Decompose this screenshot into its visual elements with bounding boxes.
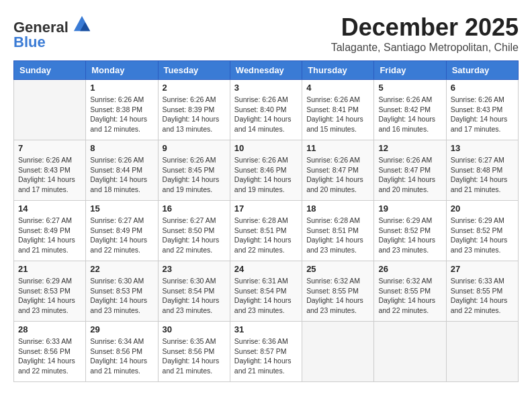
calendar-cell: 26Sunrise: 6:32 AM Sunset: 8:55 PM Dayli… bbox=[374, 261, 446, 322]
day-number: 21 bbox=[18, 264, 81, 274]
calendar-cell: 16Sunrise: 6:27 AM Sunset: 8:50 PM Dayli… bbox=[158, 201, 230, 261]
day-number: 13 bbox=[451, 143, 514, 153]
calendar-cell: 10Sunrise: 6:26 AM Sunset: 8:46 PM Dayli… bbox=[230, 140, 302, 201]
day-number: 15 bbox=[90, 203, 153, 214]
calendar-week-row: 21Sunrise: 6:29 AM Sunset: 8:53 PM Dayli… bbox=[14, 261, 519, 322]
calendar-week-row: 1Sunrise: 6:26 AM Sunset: 8:38 PM Daylig… bbox=[14, 80, 519, 140]
calendar-week-row: 28Sunrise: 6:33 AM Sunset: 8:56 PM Dayli… bbox=[14, 322, 519, 382]
day-number: 23 bbox=[163, 264, 226, 274]
calendar-cell: 7Sunrise: 6:26 AM Sunset: 8:43 PM Daylig… bbox=[14, 140, 86, 201]
day-number: 2 bbox=[163, 83, 226, 93]
calendar-cell: 1Sunrise: 6:26 AM Sunset: 8:38 PM Daylig… bbox=[86, 80, 158, 140]
day-info: Sunrise: 6:29 AM Sunset: 8:52 PM Dayligh… bbox=[451, 216, 514, 255]
calendar-cell bbox=[14, 80, 86, 140]
day-number: 17 bbox=[234, 203, 298, 214]
day-info: Sunrise: 6:26 AM Sunset: 8:47 PM Dayligh… bbox=[306, 155, 369, 195]
logo-blue: Blue bbox=[13, 34, 46, 50]
day-number: 16 bbox=[163, 203, 226, 214]
calendar-cell bbox=[374, 322, 446, 382]
calendar-cell: 30Sunrise: 6:35 AM Sunset: 8:56 PM Dayli… bbox=[158, 322, 230, 382]
day-info: Sunrise: 6:26 AM Sunset: 8:41 PM Dayligh… bbox=[306, 95, 369, 134]
day-number: 28 bbox=[18, 324, 81, 334]
day-number: 20 bbox=[451, 203, 514, 214]
day-info: Sunrise: 6:33 AM Sunset: 8:56 PM Dayligh… bbox=[18, 336, 81, 376]
calendar-cell: 18Sunrise: 6:28 AM Sunset: 8:51 PM Dayli… bbox=[302, 201, 374, 261]
calendar-cell: 17Sunrise: 6:28 AM Sunset: 8:51 PM Dayli… bbox=[230, 201, 302, 261]
day-info: Sunrise: 6:27 AM Sunset: 8:48 PM Dayligh… bbox=[451, 155, 514, 195]
calendar-cell: 15Sunrise: 6:27 AM Sunset: 8:49 PM Dayli… bbox=[86, 201, 158, 261]
day-number: 14 bbox=[18, 203, 81, 214]
day-info: Sunrise: 6:27 AM Sunset: 8:49 PM Dayligh… bbox=[18, 216, 81, 255]
day-number: 18 bbox=[306, 203, 369, 214]
weekday-header-tuesday: Tuesday bbox=[158, 61, 230, 80]
calendar-cell: 8Sunrise: 6:26 AM Sunset: 8:44 PM Daylig… bbox=[86, 140, 158, 201]
day-number: 10 bbox=[234, 143, 298, 153]
calendar-cell: 12Sunrise: 6:26 AM Sunset: 8:47 PM Dayli… bbox=[374, 140, 446, 201]
calendar-cell: 2Sunrise: 6:26 AM Sunset: 8:39 PM Daylig… bbox=[158, 80, 230, 140]
day-info: Sunrise: 6:28 AM Sunset: 8:51 PM Dayligh… bbox=[306, 216, 369, 255]
weekday-header-thursday: Thursday bbox=[302, 61, 374, 80]
day-number: 22 bbox=[90, 264, 153, 274]
day-info: Sunrise: 6:26 AM Sunset: 8:45 PM Dayligh… bbox=[163, 155, 226, 195]
calendar-cell: 29Sunrise: 6:34 AM Sunset: 8:56 PM Dayli… bbox=[86, 322, 158, 382]
day-number: 11 bbox=[306, 143, 369, 153]
calendar-cell: 21Sunrise: 6:29 AM Sunset: 8:53 PM Dayli… bbox=[14, 261, 86, 322]
calendar-week-row: 7Sunrise: 6:26 AM Sunset: 8:43 PM Daylig… bbox=[14, 140, 519, 201]
calendar-cell: 25Sunrise: 6:32 AM Sunset: 8:55 PM Dayli… bbox=[302, 261, 374, 322]
day-info: Sunrise: 6:30 AM Sunset: 8:54 PM Dayligh… bbox=[163, 276, 226, 316]
calendar-cell: 6Sunrise: 6:26 AM Sunset: 8:43 PM Daylig… bbox=[446, 80, 518, 140]
calendar-cell: 5Sunrise: 6:26 AM Sunset: 8:42 PM Daylig… bbox=[374, 80, 446, 140]
day-number: 29 bbox=[90, 324, 153, 334]
day-number: 25 bbox=[306, 264, 369, 274]
calendar-cell: 9Sunrise: 6:26 AM Sunset: 8:45 PM Daylig… bbox=[158, 140, 230, 201]
day-info: Sunrise: 6:31 AM Sunset: 8:54 PM Dayligh… bbox=[234, 276, 298, 316]
day-info: Sunrise: 6:32 AM Sunset: 8:55 PM Dayligh… bbox=[306, 276, 369, 316]
calendar-cell: 24Sunrise: 6:31 AM Sunset: 8:54 PM Dayli… bbox=[230, 261, 302, 322]
day-info: Sunrise: 6:26 AM Sunset: 8:40 PM Dayligh… bbox=[234, 95, 298, 134]
weekday-header-wednesday: Wednesday bbox=[230, 61, 302, 80]
weekday-header-sunday: Sunday bbox=[14, 61, 86, 80]
day-info: Sunrise: 6:29 AM Sunset: 8:53 PM Dayligh… bbox=[18, 276, 81, 316]
day-number: 31 bbox=[234, 324, 298, 334]
day-info: Sunrise: 6:28 AM Sunset: 8:51 PM Dayligh… bbox=[234, 216, 298, 255]
day-info: Sunrise: 6:26 AM Sunset: 8:38 PM Dayligh… bbox=[90, 95, 153, 134]
calendar-cell: 13Sunrise: 6:27 AM Sunset: 8:48 PM Dayli… bbox=[446, 140, 518, 201]
day-number: 27 bbox=[451, 264, 514, 274]
calendar-cell: 11Sunrise: 6:26 AM Sunset: 8:47 PM Dayli… bbox=[302, 140, 374, 201]
day-info: Sunrise: 6:36 AM Sunset: 8:57 PM Dayligh… bbox=[234, 336, 298, 376]
day-info: Sunrise: 6:30 AM Sunset: 8:53 PM Dayligh… bbox=[90, 276, 153, 316]
day-info: Sunrise: 6:35 AM Sunset: 8:56 PM Dayligh… bbox=[163, 336, 226, 376]
day-info: Sunrise: 6:26 AM Sunset: 8:47 PM Dayligh… bbox=[378, 155, 441, 195]
calendar-cell: 23Sunrise: 6:30 AM Sunset: 8:54 PM Dayli… bbox=[158, 261, 230, 322]
day-info: Sunrise: 6:26 AM Sunset: 8:43 PM Dayligh… bbox=[18, 155, 81, 195]
day-number: 12 bbox=[378, 143, 441, 153]
day-number: 4 bbox=[306, 83, 369, 93]
day-info: Sunrise: 6:26 AM Sunset: 8:43 PM Dayligh… bbox=[451, 95, 514, 134]
calendar-cell: 22Sunrise: 6:30 AM Sunset: 8:53 PM Dayli… bbox=[86, 261, 158, 322]
day-number: 1 bbox=[90, 83, 153, 93]
day-number: 5 bbox=[378, 83, 441, 93]
day-number: 3 bbox=[234, 83, 298, 93]
day-info: Sunrise: 6:34 AM Sunset: 8:56 PM Dayligh… bbox=[90, 336, 153, 376]
calendar-cell bbox=[302, 322, 374, 382]
calendar-cell: 20Sunrise: 6:29 AM Sunset: 8:52 PM Dayli… bbox=[446, 201, 518, 261]
day-number: 8 bbox=[90, 143, 153, 153]
header: General Blue December 2025 Talagante, Sa… bbox=[13, 13, 519, 54]
calendar-cell: 4Sunrise: 6:26 AM Sunset: 8:41 PM Daylig… bbox=[302, 80, 374, 140]
logo-text: General bbox=[13, 13, 91, 35]
day-info: Sunrise: 6:26 AM Sunset: 8:42 PM Dayligh… bbox=[378, 95, 441, 134]
weekday-header-row: SundayMondayTuesdayWednesdayThursdayFrid… bbox=[14, 61, 519, 80]
calendar-cell: 19Sunrise: 6:29 AM Sunset: 8:52 PM Dayli… bbox=[374, 201, 446, 261]
calendar-cell: 3Sunrise: 6:26 AM Sunset: 8:40 PM Daylig… bbox=[230, 80, 302, 140]
weekday-header-saturday: Saturday bbox=[446, 61, 518, 80]
day-info: Sunrise: 6:26 AM Sunset: 8:44 PM Dayligh… bbox=[90, 155, 153, 195]
location-title: Talagante, Santiago Metropolitan, Chile bbox=[331, 42, 519, 54]
day-number: 30 bbox=[163, 324, 226, 334]
day-number: 26 bbox=[378, 264, 441, 274]
day-info: Sunrise: 6:32 AM Sunset: 8:55 PM Dayligh… bbox=[378, 276, 441, 316]
calendar-cell: 27Sunrise: 6:33 AM Sunset: 8:55 PM Dayli… bbox=[446, 261, 518, 322]
day-info: Sunrise: 6:33 AM Sunset: 8:55 PM Dayligh… bbox=[451, 276, 514, 316]
day-info: Sunrise: 6:27 AM Sunset: 8:50 PM Dayligh… bbox=[163, 216, 226, 255]
day-info: Sunrise: 6:26 AM Sunset: 8:46 PM Dayligh… bbox=[234, 155, 298, 195]
logo: General Blue bbox=[13, 13, 91, 50]
